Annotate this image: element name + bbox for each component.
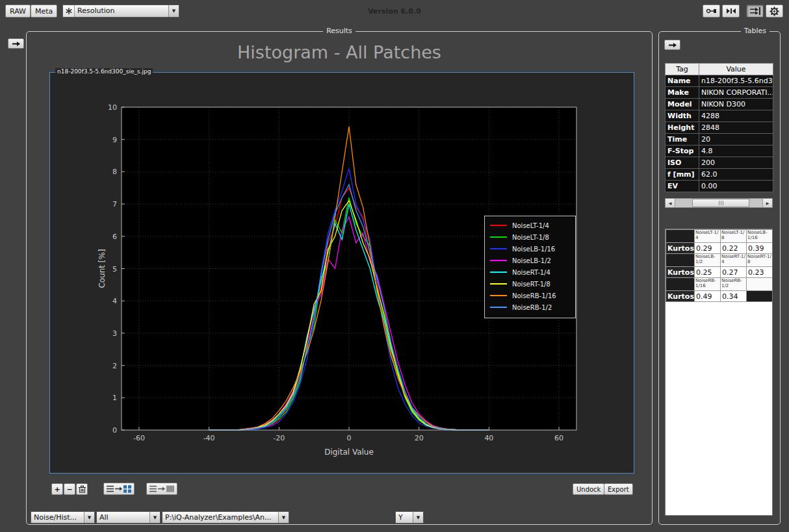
axis-combobox[interactable]: Y ▼ — [395, 511, 424, 524]
scrollbar-thumb[interactable] — [692, 199, 749, 207]
legend-label: NoiseRB-1/16 — [512, 292, 556, 299]
svg-text:0: 0 — [112, 426, 117, 435]
kurtosis-value-cell — [747, 291, 773, 302]
kurtosis-value-cell: 0.39 — [747, 243, 773, 254]
exif-row[interactable]: ISO200 — [666, 157, 773, 169]
dock-transfer-button[interactable] — [746, 5, 764, 18]
exif-value-cell: NIKON CORPORATI... — [699, 87, 773, 99]
legend-swatch — [490, 283, 507, 285]
exif-row[interactable]: ModelNIKON D300 — [666, 99, 773, 110]
svg-text:-40: -40 — [203, 434, 215, 442]
exif-row[interactable]: Namen18-200f3.5-5.6nd3... — [666, 75, 773, 87]
exif-row[interactable]: EV0.00 — [666, 181, 773, 192]
chevron-down-icon[interactable]: ▼ — [84, 512, 94, 523]
legend-label: NoiseLB-1/2 — [512, 257, 551, 264]
undock-button[interactable]: Undock — [573, 483, 604, 495]
compare-button[interactable] — [722, 5, 740, 18]
exif-row[interactable]: MakeNIKON CORPORATI... — [666, 87, 773, 99]
kurtosis-series-header-cell: NoiseLT-1/4 — [695, 230, 721, 243]
svg-text:20: 20 — [415, 434, 424, 442]
kurtosis-series-header-cell — [747, 278, 773, 291]
svg-text:4: 4 — [112, 297, 117, 305]
zoom-in-button[interactable]: + — [51, 483, 63, 495]
meta-button[interactable]: Meta — [31, 5, 57, 18]
svg-text:Digital Value: Digital Value — [324, 448, 374, 457]
svg-text:40: 40 — [484, 434, 493, 442]
kurtosis-value-row: Kurtos0.490.34 — [666, 291, 773, 302]
svg-text:-20: -20 — [273, 434, 285, 442]
results-collapse-button[interactable] — [8, 38, 24, 49]
chart-legend[interactable]: NoiseLT-1/4NoiseLT-1/8NoiseLB-1/16NoiseL… — [484, 216, 576, 318]
kurtosis-header-row: NoiseLT-1/4NoiseLT-1/8NoiseLB-1/16 — [666, 230, 773, 243]
kurtosis-series-header-cell: NoiseRB-1/2 — [721, 278, 747, 291]
svg-text:Count [%]: Count [%] — [97, 249, 107, 288]
layout-single-button[interactable] — [146, 483, 177, 495]
exif-row[interactable]: Time20 — [666, 134, 773, 146]
exif-row[interactable]: Height2848 — [666, 122, 773, 134]
resolution-combobox[interactable]: Resolution ▼ — [62, 5, 179, 18]
trash-icon — [79, 485, 86, 493]
exif-table[interactable]: TagValueNamen18-200f3.5-5.6nd3...MakeNIK… — [665, 63, 773, 192]
results-panel: Results Histogram - All Patches n18-200f… — [26, 31, 653, 525]
kurtosis-value-cell: 0.27 — [721, 267, 747, 278]
delete-button[interactable] — [76, 483, 88, 495]
exif-tag-cell: Width — [666, 110, 699, 122]
chart-panel: n18-200f3.5-5.6nd300_sie_s.jpg -60-40-20… — [49, 72, 634, 474]
zoom-out-button[interactable]: − — [64, 483, 75, 495]
tables-collapse-button[interactable] — [664, 40, 680, 50]
legend-swatch — [490, 272, 507, 273]
chevron-down-icon[interactable]: ▼ — [168, 5, 179, 17]
raw-button[interactable]: RAW — [5, 5, 31, 18]
kurtosis-series-header-cell: NoiseLB-1/16 — [747, 230, 773, 243]
exif-row[interactable]: Width4288 — [666, 110, 773, 122]
exif-value-cell: 20 — [699, 134, 773, 146]
layout-grid-button[interactable] — [103, 483, 135, 495]
analysis-type-combobox[interactable]: Noise/Hist... ▼ — [31, 511, 95, 524]
legend-label: NoiseRT-1/8 — [512, 281, 550, 288]
legend-item: NoiseRT-1/4 — [485, 266, 575, 278]
kurtosis-value-cell: 0.22 — [721, 243, 747, 254]
exif-row[interactable]: f [mm]62.0 — [666, 169, 773, 181]
chevron-down-icon[interactable]: ▼ — [413, 512, 423, 523]
exif-tag-cell: Make — [666, 87, 699, 99]
legend-item: NoiseLT-1/8 — [485, 231, 575, 243]
legend-label: NoiseLT-1/8 — [512, 234, 549, 241]
kurtosis-row-label: Kurtos — [666, 267, 695, 278]
svg-text:7: 7 — [112, 200, 117, 209]
tables-group-label: Tables — [741, 27, 770, 35]
top-icon-toolbar — [703, 5, 783, 18]
legend-swatch — [490, 295, 507, 296]
kurtosis-series-header-cell: NoiseLB-1/2 — [695, 254, 721, 267]
scroll-right-icon[interactable]: ▶ — [762, 199, 772, 207]
kurtosis-value-cell: 0.29 — [695, 243, 721, 254]
exif-tag-cell: ISO — [666, 157, 699, 169]
legend-item: NoiseRB-1/16 — [485, 290, 575, 301]
kurtosis-series-header-cell: NoiseRT-1/4 — [721, 254, 747, 267]
exif-horizontal-scrollbar[interactable]: ◀ ▶ — [665, 198, 773, 208]
right-arrow-icon — [12, 41, 21, 47]
right-arrow-icon — [668, 42, 677, 48]
kurtosis-table-area[interactable]: NoiseLT-1/4NoiseLT-1/8NoiseLB-1/16Kurtos… — [665, 229, 773, 516]
kurtosis-value-cell: 0.49 — [695, 291, 721, 302]
exif-header-cell: Value — [699, 64, 773, 75]
svg-text:-60: -60 — [133, 434, 145, 442]
layout-single-icon — [149, 485, 175, 493]
chevron-down-icon[interactable]: ▼ — [149, 512, 160, 523]
playback-compare-icon — [725, 7, 737, 15]
svg-text:6: 6 — [112, 233, 117, 241]
scrollbar-track[interactable] — [675, 199, 762, 207]
exif-row[interactable]: F-Stop4.8 — [666, 146, 773, 157]
file-path-combobox[interactable]: P:\iQ-Analyzer\Examples\An... ▼ — [162, 511, 289, 524]
connector-button[interactable] — [703, 5, 720, 18]
exif-tag-cell: Name — [666, 75, 699, 87]
patch-combobox[interactable]: All ▼ — [96, 511, 161, 524]
legend-item: NoiseRB-1/2 — [485, 301, 575, 313]
chart-title: Histogram - All Patches — [27, 42, 652, 62]
chevron-down-icon[interactable]: ▼ — [278, 512, 289, 523]
kurtosis-value-cell: 0.25 — [695, 267, 721, 278]
kurtosis-corner-cell — [666, 278, 695, 291]
legend-item: NoiseLT-1/4 — [485, 220, 575, 231]
export-button[interactable]: Export — [604, 483, 633, 495]
scroll-left-icon[interactable]: ◀ — [666, 199, 675, 207]
settings-button[interactable] — [766, 5, 783, 18]
